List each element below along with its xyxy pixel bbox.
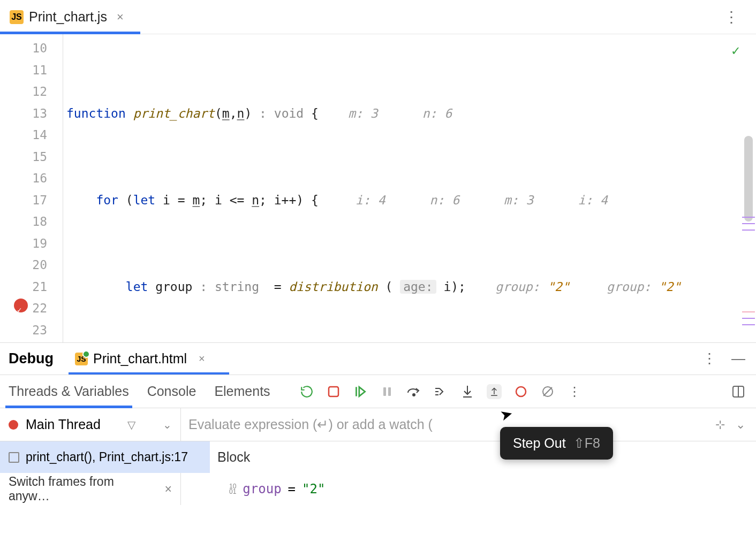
pause-icon[interactable] [380, 384, 395, 399]
run-config-label: Print_chart.html [93, 351, 187, 366]
js-file-icon: JS [10, 10, 24, 24]
frame-icon [9, 452, 19, 463]
expression-placeholder: Evaluate expression (↵) or add a watch ( [188, 417, 433, 432]
tab-console[interactable]: Console [147, 375, 196, 408]
close-icon[interactable]: × [199, 353, 205, 365]
step-into-icon[interactable] [433, 384, 448, 399]
breakpoint-icon[interactable] [14, 299, 28, 312]
tab-elements[interactable]: Elements [214, 375, 270, 408]
svg-rect-2 [388, 387, 391, 396]
view-breakpoints-icon[interactable] [513, 384, 528, 399]
svg-point-4 [516, 387, 526, 396]
stop-icon[interactable] [326, 384, 341, 399]
more-icon[interactable]: ⋮ [567, 384, 582, 399]
variable-entry[interactable]: 1001 group = "2" [181, 473, 756, 505]
tooltip-shortcut: ⇧F8 [573, 435, 600, 451]
frame-label: print_chart(), Print_chart.js:17 [26, 450, 188, 464]
stack-frame[interactable]: print_chart(), Print_chart.js:17 [0, 441, 210, 473]
debug-toolbar: Threads & Variables Console Elements ⋮ [0, 374, 756, 408]
js-file-icon: JS [75, 353, 88, 365]
stack-frame-row: print_chart(), Print_chart.js:17 Block [0, 441, 756, 473]
editor-tab-bar: JS Print_chart.js × ⋮ [0, 0, 756, 34]
line-gutter: 10111213 14151617 18192021 2223 [0, 34, 63, 342]
chevron-down-icon[interactable]: ⌄ [736, 418, 745, 432]
more-icon[interactable]: ⋮ [702, 350, 716, 367]
tooltip-label: Step Out [513, 435, 566, 451]
var-value: "2" [302, 482, 325, 496]
svg-rect-1 [383, 387, 386, 396]
minimize-icon[interactable]: — [731, 350, 745, 367]
more-icon[interactable]: ⋮ [724, 8, 740, 26]
evaluate-expression-input[interactable]: Evaluate expression (↵) or add a watch (… [181, 408, 756, 441]
binary-icon: 1001 [229, 484, 236, 494]
step-over-icon[interactable] [406, 384, 421, 399]
overview-ruler [742, 168, 755, 342]
file-tab[interactable]: JS Print_chart.js × [0, 0, 133, 34]
thread-status-icon [9, 420, 18, 430]
threads-row: Main Thread ▽ ⌄ Evaluate expression (↵) … [0, 408, 756, 441]
switch-frames-hint: Switch frames from anyw… [9, 475, 158, 503]
variables-row: Switch frames from anyw… × 1001 group = … [0, 473, 756, 505]
file-tab-label: Print_chart.js [29, 9, 107, 25]
code-editor[interactable]: 10111213 14151617 18192021 2223 function… [0, 34, 756, 342]
mute-breakpoints-icon[interactable] [540, 384, 555, 399]
filter-icon[interactable]: ▽ [127, 418, 135, 431]
rerun-icon[interactable] [299, 384, 314, 399]
debug-panel-header: Debug JS Print_chart.html × ⋮ — [0, 342, 756, 374]
debug-run-tab[interactable]: JS Print_chart.html × [75, 343, 205, 374]
layout-icon[interactable] [731, 385, 745, 399]
add-watch-icon[interactable]: ⊹ [715, 418, 725, 432]
code-area[interactable]: function print_chart(m,n) : void { m: 3 … [63, 34, 756, 342]
tab-threads-variables[interactable]: Threads & Variables [9, 375, 129, 408]
resume-icon[interactable] [353, 384, 368, 399]
step-into-my-icon[interactable] [460, 384, 475, 399]
thread-selector[interactable]: Main Thread ▽ ⌄ [0, 408, 181, 441]
svg-point-3 [413, 394, 415, 396]
debug-title: Debug [9, 350, 54, 367]
scope-label: Block [210, 441, 756, 473]
close-icon[interactable]: × [165, 482, 172, 496]
svg-rect-0 [329, 387, 338, 396]
chevron-down-icon[interactable]: ⌄ [163, 418, 172, 431]
check-ok-icon[interactable]: ✓ [731, 40, 740, 62]
thread-name: Main Thread [26, 417, 101, 432]
close-icon[interactable]: × [117, 10, 124, 24]
var-name: group [243, 482, 281, 496]
step-out-icon[interactable] [487, 384, 502, 399]
step-out-tooltip: Step Out ⇧F8 [500, 427, 613, 460]
